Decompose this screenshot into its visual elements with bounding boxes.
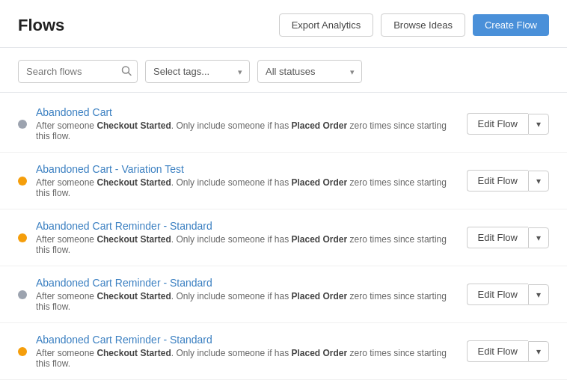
edit-flow-button[interactable]: Edit Flow	[467, 284, 528, 305]
trigger-label: Checkout Started	[96, 177, 171, 188]
flow-list: Abandoned Cart After someone Checkout St…	[0, 96, 567, 392]
flow-actions: Edit Flow ▾	[467, 284, 549, 305]
flow-actions: Edit Flow ▾	[467, 340, 549, 362]
edit-flow-button[interactable]: Edit Flow	[467, 170, 528, 192]
flow-name-link[interactable]: Abandoned Cart Reminder - Standard	[36, 277, 212, 289]
flow-description: After someone Checkout Started. Only inc…	[36, 177, 458, 198]
condition-label: Placed Order	[292, 291, 348, 301]
divider	[0, 92, 567, 93]
create-flow-button[interactable]: Create Flow	[473, 14, 549, 36]
edit-flow-dropdown-button[interactable]: ▾	[528, 284, 549, 305]
flow-name-link[interactable]: Abandoned Cart Reminder - Standard	[36, 334, 212, 346]
trigger-label: Checkout Started	[96, 291, 171, 301]
edit-flow-dropdown-button[interactable]: ▾	[528, 114, 549, 135]
page: Flows Export Analytics Browse Ideas Crea…	[0, 0, 567, 392]
flow-info: Abandoned Cart Reminder - Standard After…	[36, 334, 458, 369]
flow-name-link[interactable]: Abandoned Cart	[36, 106, 112, 118]
edit-flow-button[interactable]: Edit Flow	[467, 340, 528, 362]
flow-info: Abandoned Cart Reminder - Standard After…	[36, 277, 458, 312]
export-analytics-button[interactable]: Export Analytics	[279, 13, 374, 37]
flow-actions: Edit Flow ▾	[467, 227, 549, 248]
status-select[interactable]: All statuses	[257, 60, 362, 83]
filters-bar: Select tags... ▾ All statuses ▾	[0, 48, 567, 92]
header: Flows Export Analytics Browse Ideas Crea…	[0, 0, 567, 48]
edit-flow-button[interactable]: Edit Flow	[467, 113, 528, 135]
trigger-label: Checkout Started	[96, 120, 171, 131]
list-item: Abandoned Cart After someone Checkout St…	[0, 96, 567, 153]
flow-description: After someone Checkout Started. Only inc…	[36, 291, 458, 312]
list-item: Abandoned Cart - Variation Test After so…	[0, 153, 567, 209]
flow-name-link[interactable]: Abandoned Cart - Variation Test	[36, 163, 184, 175]
condition-label: Placed Order	[292, 177, 348, 188]
condition-label: Placed Order	[292, 234, 348, 245]
flow-name-link[interactable]: Abandoned Cart Reminder - Standard	[36, 220, 212, 232]
list-item: Abandoned Cart Reminder - Standard After…	[0, 266, 567, 323]
browse-ideas-button[interactable]: Browse Ideas	[381, 13, 465, 37]
trigger-label: Checkout Started	[96, 348, 171, 358]
header-actions: Export Analytics Browse Ideas Create Flo…	[279, 13, 549, 37]
search-icon[interactable]	[121, 65, 132, 78]
list-item: Abandoned Cart Reminder - Standard After…	[0, 323, 567, 380]
list-item: Abandoned Cart Reminder - Standard After…	[0, 209, 567, 266]
status-dot	[18, 347, 27, 356]
edit-flow-dropdown-button[interactable]: ▾	[528, 227, 549, 248]
edit-flow-dropdown-button[interactable]: ▾	[528, 341, 549, 362]
flow-actions: Edit Flow ▾	[467, 113, 549, 135]
edit-flow-dropdown-button[interactable]: ▾	[528, 171, 549, 192]
status-dot	[18, 177, 27, 186]
tags-filter-wrap: Select tags... ▾	[145, 60, 250, 83]
flow-actions: Edit Flow ▾	[467, 170, 549, 192]
tags-select[interactable]: Select tags...	[145, 60, 250, 83]
status-dot	[18, 120, 27, 129]
flow-description: After someone Checkout Started. Only inc…	[36, 234, 458, 255]
status-filter-wrap: All statuses ▾	[257, 60, 362, 83]
flow-description: After someone Checkout Started. Only inc…	[36, 120, 458, 141]
search-input[interactable]	[18, 60, 138, 83]
search-wrap	[18, 60, 138, 83]
flow-info: Abandoned Cart After someone Checkout St…	[36, 106, 458, 141]
condition-label: Placed Order	[292, 120, 348, 131]
flow-description: After someone Checkout Started. Only inc…	[36, 348, 458, 369]
edit-flow-button[interactable]: Edit Flow	[467, 227, 528, 248]
flow-info: Abandoned Cart Reminder - Standard After…	[36, 220, 458, 255]
status-dot	[18, 233, 27, 242]
condition-label: Placed Order	[292, 348, 348, 358]
status-dot	[18, 290, 27, 299]
page-title: Flows	[18, 16, 64, 35]
flow-info: Abandoned Cart - Variation Test After so…	[36, 163, 458, 198]
trigger-label: Checkout Started	[96, 234, 171, 245]
list-item: Abandoned Cart Reminder - The Book Excha…	[0, 380, 567, 392]
svg-line-1	[129, 73, 132, 76]
